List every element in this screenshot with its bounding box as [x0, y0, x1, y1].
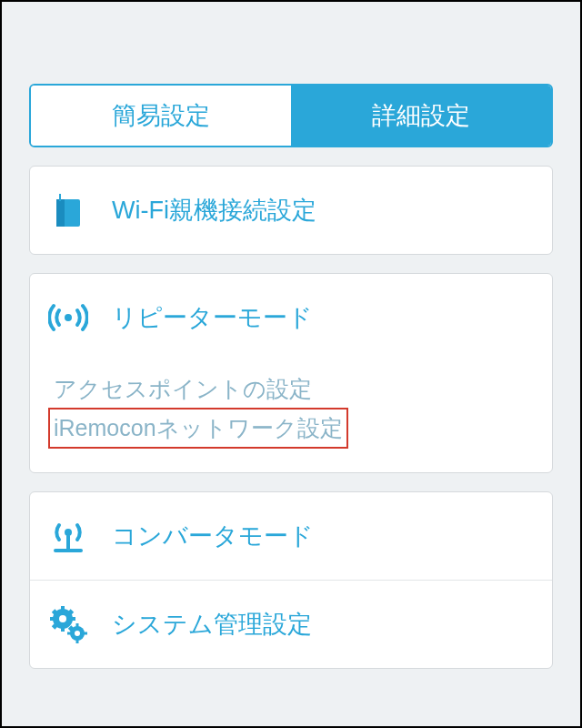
- converter-system-card: コンバータモード: [29, 491, 553, 669]
- repeater-card: リピーターモード アクセスポイントの設定 iRemoconネットワーク設定: [29, 273, 553, 473]
- system-row[interactable]: システム管理設定: [30, 581, 552, 668]
- router-icon: [48, 190, 88, 230]
- wifi-parent-label: Wi-Fi親機接続設定: [112, 194, 316, 227]
- tab-simple[interactable]: 簡易設定: [31, 86, 291, 146]
- svg-rect-20: [76, 639, 79, 643]
- svg-rect-21: [67, 632, 72, 635]
- tab-advanced[interactable]: 詳細設定: [291, 86, 551, 146]
- gears-icon: [48, 604, 88, 644]
- svg-rect-1: [56, 199, 65, 227]
- svg-rect-10: [61, 626, 65, 632]
- tab-bar: 簡易設定 詳細設定: [29, 84, 553, 147]
- settings-panel: 簡易設定 詳細設定 Wi-Fi親機接続設定: [29, 84, 553, 669]
- svg-point-3: [65, 314, 72, 321]
- wifi-parent-card: Wi-Fi親機接続設定: [29, 166, 553, 255]
- wifi-parent-row[interactable]: Wi-Fi親機接続設定: [30, 167, 552, 254]
- svg-rect-11: [50, 617, 55, 621]
- converter-row[interactable]: コンバータモード: [30, 492, 552, 580]
- antenna-icon: [48, 516, 88, 556]
- svg-rect-12: [70, 617, 75, 621]
- repeater-sub-list: アクセスポイントの設定 iRemoconネットワーク設定: [30, 361, 552, 472]
- sub-item-access-point[interactable]: アクセスポイントの設定: [48, 370, 534, 408]
- repeater-label: リピーターモード: [112, 301, 313, 334]
- tab-simple-label: 簡易設定: [112, 99, 210, 132]
- svg-rect-9: [61, 606, 65, 612]
- sub-item-iremocon-network[interactable]: iRemoconネットワーク設定: [48, 408, 348, 449]
- svg-point-18: [75, 631, 80, 636]
- svg-point-8: [59, 615, 66, 622]
- svg-rect-19: [76, 623, 79, 628]
- svg-rect-22: [83, 632, 87, 635]
- access-point-label: アクセスポイントの設定: [54, 376, 312, 401]
- repeater-row[interactable]: リピーターモード: [30, 274, 552, 361]
- signal-icon: [48, 298, 88, 338]
- tab-advanced-label: 詳細設定: [372, 99, 470, 132]
- iremocon-network-label: iRemoconネットワーク設定: [54, 415, 343, 440]
- converter-label: コンバータモード: [112, 520, 314, 552]
- system-label: システム管理設定: [112, 608, 312, 641]
